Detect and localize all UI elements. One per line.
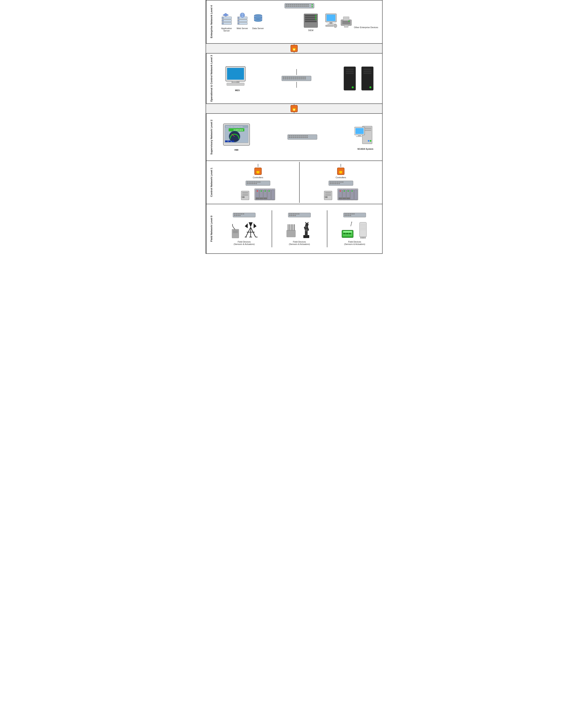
svg-rect-188 bbox=[333, 182, 335, 183]
firewall-l3-l2 bbox=[206, 104, 382, 114]
svg-rect-21 bbox=[301, 6, 303, 7]
application-server-label: ApplicationServer bbox=[222, 27, 232, 32]
svg-point-54 bbox=[315, 19, 316, 20]
svg-rect-273 bbox=[344, 215, 346, 216]
svg-rect-121 bbox=[289, 135, 290, 136]
svg-point-53 bbox=[315, 17, 316, 18]
svg-rect-147 bbox=[355, 128, 364, 134]
svg-rect-148 bbox=[358, 135, 361, 136]
svg-rect-196 bbox=[333, 183, 335, 184]
svg-rect-51 bbox=[305, 21, 317, 22]
svg-rect-202 bbox=[325, 194, 331, 196]
svg-rect-101 bbox=[346, 73, 354, 74]
firewall-l4-l3 bbox=[206, 44, 382, 54]
svg-rect-75 bbox=[285, 77, 286, 78]
control-left: Controllers bbox=[217, 162, 300, 203]
svg-rect-220 bbox=[236, 214, 237, 215]
svg-rect-5 bbox=[294, 4, 295, 5]
svg-rect-69 bbox=[227, 68, 244, 80]
svg-rect-193 bbox=[342, 182, 343, 183]
svg-point-26 bbox=[312, 6, 313, 7]
svg-rect-194 bbox=[330, 183, 331, 184]
svg-rect-183 bbox=[264, 198, 267, 199]
svg-rect-140 bbox=[306, 137, 308, 138]
svg-rect-92 bbox=[294, 78, 296, 79]
svg-rect-87 bbox=[285, 78, 286, 79]
svg-rect-160 bbox=[247, 183, 248, 184]
svg-rect-132 bbox=[291, 137, 292, 138]
hmi-device: Vendor:Alvin ViewPane KIA OVERVIEW HMI bbox=[223, 123, 250, 151]
svg-rect-270 bbox=[350, 214, 351, 215]
svg-rect-80 bbox=[294, 77, 296, 78]
svg-rect-3 bbox=[290, 4, 291, 5]
svg-rect-96 bbox=[302, 78, 304, 79]
svg-rect-219 bbox=[234, 214, 235, 215]
svg-rect-100 bbox=[346, 71, 354, 72]
svg-rect-56 bbox=[327, 15, 335, 21]
svg-rect-216 bbox=[342, 198, 346, 199]
svg-rect-255 bbox=[291, 224, 292, 230]
svg-rect-149 bbox=[356, 136, 363, 137]
svg-rect-138 bbox=[302, 137, 304, 138]
svg-rect-82 bbox=[298, 77, 300, 78]
svg-rect-105 bbox=[363, 71, 371, 72]
layer-control: Control Network Level 1 Controllers bbox=[206, 161, 382, 204]
svg-rect-210 bbox=[354, 189, 357, 200]
svg-rect-20 bbox=[299, 6, 301, 7]
enterprise-switch bbox=[284, 2, 315, 9]
field-section-1: Field Devices(Sensors & Actuators) bbox=[217, 210, 272, 247]
enterprise-computer bbox=[324, 13, 338, 28]
field-wireless-device bbox=[341, 221, 355, 239]
svg-rect-222 bbox=[239, 214, 240, 215]
svg-point-45 bbox=[254, 19, 262, 22]
field-label-2: Field Devices(Sensors & Actuators) bbox=[289, 241, 310, 245]
svg-point-278 bbox=[351, 222, 352, 222]
svg-rect-252 bbox=[287, 230, 295, 237]
svg-point-212 bbox=[344, 190, 345, 192]
field-section-2: Field Devices(Sensors & Actuators) bbox=[272, 210, 327, 247]
svg-rect-268 bbox=[346, 214, 348, 215]
svg-point-66 bbox=[348, 20, 350, 22]
svg-rect-119 bbox=[231, 140, 234, 142]
svg-rect-292 bbox=[362, 237, 363, 239]
svg-rect-123 bbox=[293, 135, 294, 136]
svg-rect-59 bbox=[326, 25, 333, 26]
svg-rect-191 bbox=[338, 182, 340, 183]
svg-rect-9 bbox=[301, 4, 303, 5]
svg-rect-223 bbox=[241, 214, 243, 215]
svg-rect-284 bbox=[343, 231, 352, 233]
scada-system: SCADA System bbox=[354, 124, 376, 150]
svg-rect-199 bbox=[338, 183, 340, 184]
svg-point-180 bbox=[269, 190, 270, 192]
svg-rect-23 bbox=[305, 6, 307, 7]
field-sensor-2 bbox=[286, 222, 296, 239]
svg-marker-236 bbox=[245, 223, 248, 228]
svg-rect-48 bbox=[305, 15, 317, 16]
field-sensor-1 bbox=[231, 223, 241, 239]
svg-rect-276 bbox=[350, 215, 351, 216]
svg-rect-215 bbox=[338, 198, 342, 199]
siem-label: SIEM bbox=[308, 29, 313, 32]
scada-label: SCADA System bbox=[357, 148, 373, 150]
field-label-1: Field Devices(Sensors & Actuators) bbox=[234, 241, 255, 245]
svg-rect-124 bbox=[294, 135, 296, 136]
svg-rect-153 bbox=[249, 182, 250, 183]
svg-rect-117 bbox=[225, 140, 228, 142]
svg-rect-31 bbox=[222, 20, 224, 21]
svg-rect-93 bbox=[296, 78, 298, 79]
svg-rect-74 bbox=[283, 77, 284, 78]
svg-line-264 bbox=[305, 222, 307, 224]
l3-servers bbox=[343, 66, 374, 91]
plc-left bbox=[254, 188, 276, 201]
svg-rect-230 bbox=[233, 230, 238, 233]
svg-rect-176 bbox=[271, 189, 274, 200]
svg-point-214 bbox=[352, 190, 353, 192]
svg-rect-135 bbox=[296, 137, 298, 138]
svg-rect-246 bbox=[296, 214, 298, 215]
svg-rect-126 bbox=[298, 135, 300, 136]
svg-rect-245 bbox=[294, 214, 296, 215]
svg-rect-161 bbox=[249, 183, 250, 184]
svg-rect-195 bbox=[332, 183, 333, 184]
svg-rect-291 bbox=[360, 237, 361, 239]
svg-rect-131 bbox=[289, 137, 290, 138]
